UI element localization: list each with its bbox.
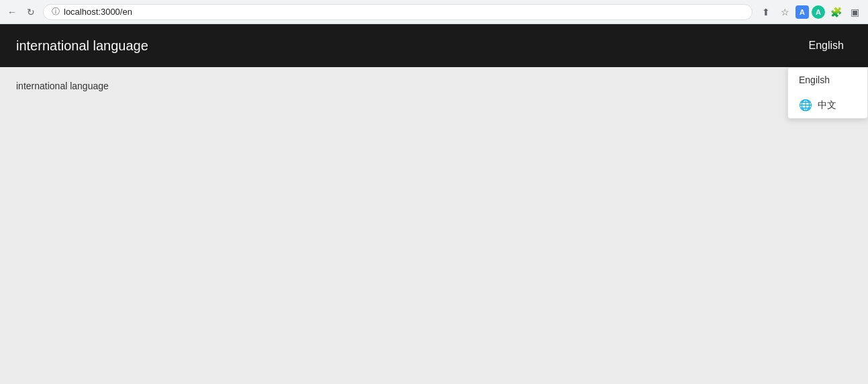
language-dropdown: Engilsh 🌐 中文 (787, 67, 868, 119)
bookmark-button[interactable]: ☆ (777, 4, 793, 20)
reload-button[interactable]: ↻ (24, 5, 38, 19)
share-button[interactable]: ⬆ (758, 4, 774, 20)
url-text: localhost:3000/en (64, 7, 132, 17)
address-bar[interactable]: ⓘ localhost:3000/en (43, 4, 753, 20)
nav-left: international language (16, 38, 148, 54)
back-button[interactable]: ← (5, 5, 19, 19)
translate-button[interactable]: A (795, 5, 809, 19)
browser-nav: ← ↻ (5, 5, 38, 19)
browser-chrome: ← ↻ ⓘ localhost:3000/en ⬆ ☆ A A 🧩 ▣ (0, 0, 868, 24)
nav-right: English (801, 34, 852, 57)
language-option-english[interactable]: Engilsh (788, 68, 867, 92)
extensions-button[interactable]: 🧩 (828, 4, 844, 20)
brand-title: international language (16, 38, 148, 54)
security-icon: ⓘ (52, 6, 60, 17)
browser-actions: ⬆ ☆ A A 🧩 ▣ (758, 4, 863, 20)
chinese-flag-icon: 🌐 (799, 99, 812, 111)
language-selector-button[interactable]: English (801, 34, 852, 57)
content-text: international language (16, 81, 852, 91)
english-label: Engilsh (799, 75, 830, 85)
app-navbar: international language English Engilsh 🌐… (0, 24, 868, 67)
main-content: international language (0, 67, 868, 384)
language-option-chinese[interactable]: 🌐 中文 (788, 92, 867, 118)
grammarly-icon: A (816, 8, 821, 16)
sidebar-button[interactable]: ▣ (847, 4, 863, 20)
chinese-label: 中文 (818, 99, 836, 111)
grammarly-extension[interactable]: A (812, 5, 825, 19)
